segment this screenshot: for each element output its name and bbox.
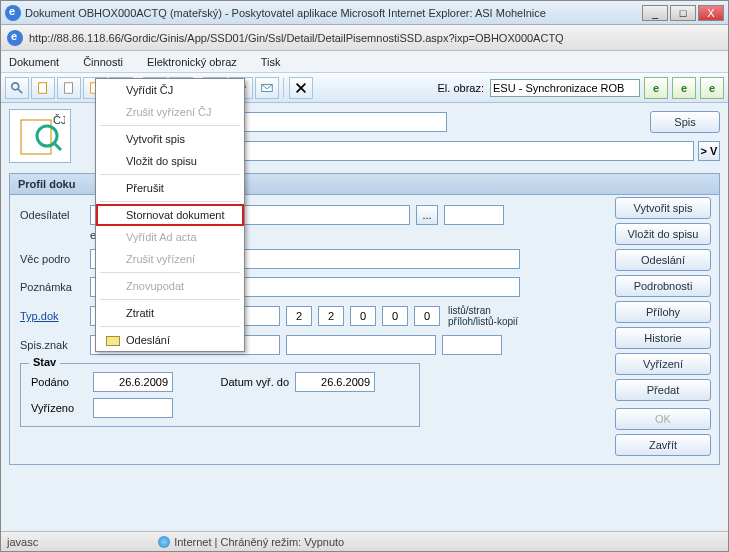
count-1[interactable] [286,306,312,326]
odesilatel-lookup-button[interactable]: ... [416,205,438,225]
svg-text:ČJ: ČJ [53,114,65,126]
maximize-button[interactable]: □ [670,5,696,21]
tool-mail-icon[interactable] [255,77,279,99]
elobraz-label: El. obraz: [438,82,484,94]
globe-icon [158,536,170,548]
podano-input[interactable] [93,372,173,392]
address-bar: http://88.86.118.66/Gordic/Ginis/App/SSD… [1,25,728,51]
vec-podr-label: Věc podro [20,253,84,265]
dd-vlozit-do-spisu[interactable]: Vložit do spisu [96,150,244,172]
podrobnosti-button[interactable]: Podrobnosti [615,275,711,297]
historie-button[interactable]: Historie [615,327,711,349]
dd-odeslani[interactable]: Odeslání [96,329,244,351]
statusbar: javasc Internet | Chráněný režim: Vypnut… [1,531,728,551]
podano-label: Podáno [31,376,87,388]
menu-tisk[interactable]: Tisk [261,56,281,68]
vytvorit-spis-button[interactable]: Vytvořit spis [615,197,711,219]
cinnosti-dropdown: Vyřídit ČJ Zrušit vyřízení ČJ Vytvořit s… [95,78,245,352]
prilohy-button[interactable]: Přílohy [615,301,711,323]
svg-line-1 [18,88,22,92]
e-button-2[interactable]: e [672,77,696,99]
count-4[interactable] [382,306,408,326]
go-button[interactable]: > V [698,141,720,161]
dd-zrusit-vyrizeni: Zrušit vyřízení [96,248,244,270]
minimize-button[interactable]: _ [642,5,668,21]
ie-icon [5,5,21,21]
mail-icon [106,336,120,346]
vyrizeni-button[interactable]: Vyřízení [615,353,711,375]
predat-button[interactable]: Předat [615,379,711,401]
status-left: javasc [7,536,38,548]
titlebar: Dokument OBHOX000ACTQ (mateřský) - Posky… [1,1,728,25]
dd-ztratit[interactable]: Ztratit [96,302,244,324]
vyrizeno-label: Vyřízeno [31,402,87,414]
svg-point-0 [12,82,19,89]
tool-x-icon[interactable] [289,77,313,99]
dd-vyridit-cj[interactable]: Vyřídit ČJ [96,79,244,101]
elobraz-input[interactable] [490,79,640,97]
window-title: Dokument OBHOX000ACTQ (mateřský) - Posky… [25,7,642,19]
status-mid: Internet | Chráněný režim: Vypnuto [174,536,344,548]
stav-title: Stav [29,356,60,368]
zavrit-button[interactable]: Zavřít [615,434,711,456]
count-5[interactable] [414,306,440,326]
dd-stornovat-dokument[interactable]: Stornovat dokument [96,204,244,226]
close-button[interactable]: X [698,5,724,21]
listu-label-1: listů/stran [448,305,518,316]
stav-group: Stav Podáno Datum vyř. do Vyřízeno [20,363,420,427]
tool-doc2-icon[interactable] [57,77,81,99]
dd-zrusit-vyrizeni-cj: Zrušit vyřízení ČJ [96,101,244,123]
typ-dok-link[interactable]: Typ.dok [20,310,59,322]
document-icon: ČJ [9,109,71,163]
datum-vyr-label: Datum vyř. do [199,376,289,388]
dd-vytvorit-spis[interactable]: Vytvořit spis [96,128,244,150]
dd-prerusit[interactable]: Přerušit [96,177,244,199]
dd-znovupodat: Znovupodat [96,275,244,297]
ie-favicon [7,30,23,46]
svg-line-11 [53,142,61,150]
menubar: Dokument Činnosti Elektronický obraz Tis… [1,51,728,73]
odesilatel-extra-input[interactable] [444,205,504,225]
odesilatel-label: Odesílatel [20,209,84,221]
spis-znak-input-2[interactable] [286,335,436,355]
listu-label-2: příloh/listů-kopií [448,316,518,327]
dd-vyridit-ad-acta: Vyřídit Ad acta [96,226,244,248]
ok-button: OK [615,408,711,430]
e-button-3[interactable]: e [700,77,724,99]
poznamka-label: Poznámka [20,281,84,293]
menu-cinnosti[interactable]: Činnosti [83,56,123,68]
spis-znak-input-3[interactable] [442,335,502,355]
menu-dokument[interactable]: Dokument [9,56,59,68]
count-3[interactable] [350,306,376,326]
odeslani-button[interactable]: Odeslání [615,249,711,271]
datum-vyr-input[interactable] [295,372,375,392]
spis-button[interactable]: Spis [650,111,720,133]
e-button-1[interactable]: e [644,77,668,99]
url-text[interactable]: http://88.86.118.66/Gordic/Ginis/App/SSD… [29,32,564,44]
vlozit-do-spisu-button[interactable]: Vložit do spisu [615,223,711,245]
spis-znak-label: Spis.znak [20,339,84,351]
tool-search-icon[interactable] [5,77,29,99]
svg-rect-3 [65,82,73,93]
svg-rect-2 [39,82,47,93]
menu-el-obraz[interactable]: Elektronický obraz [147,56,237,68]
count-2[interactable] [318,306,344,326]
vyrizeno-input[interactable] [93,398,173,418]
tool-doc1-icon[interactable] [31,77,55,99]
